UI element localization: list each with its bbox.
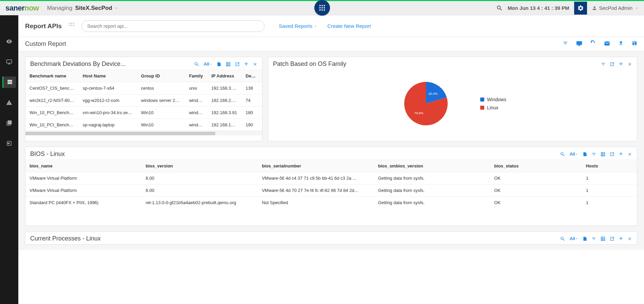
- panel-search-button[interactable]: [560, 151, 565, 157]
- panel-move-button[interactable]: [619, 152, 623, 157]
- panel-search-button[interactable]: [560, 236, 565, 242]
- table-header[interactable]: Benchmark name: [25, 70, 79, 82]
- table-header[interactable]: IP Address: [207, 70, 241, 82]
- popout-icon: [235, 62, 240, 67]
- svg-point-0: [319, 5, 320, 6]
- panel-table-button[interactable]: [226, 61, 231, 67]
- display-button[interactable]: [576, 40, 582, 48]
- panel-close-button[interactable]: [627, 152, 632, 157]
- table-header[interactable]: Host Name: [79, 70, 137, 82]
- view-grid-toggle[interactable]: [68, 22, 75, 30]
- table-row[interactable]: CentOS7_CIS_benchmarksp-centos-7-x64cent…: [25, 82, 262, 94]
- legend-swatch: [480, 106, 484, 110]
- search-icon: [560, 151, 565, 157]
- refresh-button[interactable]: [590, 40, 596, 48]
- settings-button[interactable]: [574, 2, 587, 15]
- panel-table-button[interactable]: [600, 236, 606, 242]
- page-title: Report APIs: [25, 22, 62, 30]
- nav-reports[interactable]: [2, 76, 16, 88]
- panel-file-button[interactable]: [583, 236, 587, 241]
- nav-alert[interactable]: [2, 97, 16, 108]
- panel-popout-button[interactable]: [610, 236, 614, 241]
- table-cell: CentOS7_CIS_benchmark: [25, 82, 79, 94]
- table-cell: 1: [582, 197, 637, 209]
- scrollbar-thumb[interactable]: [25, 132, 215, 135]
- site-name: SiteX.SecPod: [75, 5, 112, 12]
- table-header[interactable]: Deviatio: [241, 70, 262, 82]
- table-row[interactable]: VMware Virtual Platform6.00VMware-56 4d …: [25, 184, 637, 197]
- panel-processes: Current Processes - Linux All: [25, 231, 637, 245]
- table-header[interactable]: bios_version: [142, 160, 258, 172]
- panel-close-button[interactable]: [253, 62, 257, 67]
- filter-button[interactable]: [563, 40, 568, 48]
- nav-eye[interactable]: [2, 36, 16, 47]
- table-row[interactable]: Win_10_PCI_Benchmarkvm-win10-pro-34.trs.…: [25, 107, 262, 119]
- panel-filter-button[interactable]: [591, 152, 596, 157]
- table-cell: OK: [490, 197, 582, 209]
- panel-table-button[interactable]: [600, 151, 606, 157]
- table-header[interactable]: bios_name: [25, 160, 142, 172]
- patch-pie-chart: 20.4%79.6%: [399, 76, 453, 131]
- legend-item[interactable]: Linux: [480, 105, 506, 110]
- left-sidebar: [0, 15, 18, 304]
- table-header[interactable]: bios_status: [490, 160, 582, 172]
- panel-popout-button[interactable]: [235, 62, 240, 67]
- user-menu[interactable]: SecPod Admin: [592, 5, 639, 11]
- panel-close-button[interactable]: [627, 236, 632, 241]
- table-header[interactable]: Hosts: [582, 160, 637, 172]
- panel-file-button[interactable]: [583, 152, 587, 157]
- table-header[interactable]: bios_smbios_version: [374, 160, 490, 172]
- saved-reports-link[interactable]: Saved Reports: [279, 23, 317, 29]
- panel-filter-button[interactable]: [591, 236, 596, 241]
- saved-reports-label: Saved Reports: [279, 23, 312, 29]
- main-content: Report APIs Saved Reports Create New Rep…: [18, 15, 644, 304]
- save-button[interactable]: [632, 40, 637, 48]
- panel-popout-button[interactable]: [610, 152, 614, 157]
- site-selector[interactable]: SiteX.SecPod: [75, 5, 118, 12]
- download-button[interactable]: [618, 40, 624, 48]
- svg-point-5: [324, 7, 325, 8]
- panel-move-button[interactable]: [244, 62, 249, 67]
- create-report-link[interactable]: Create New Report: [327, 23, 371, 29]
- global-search-button[interactable]: [496, 5, 503, 12]
- nav-logout[interactable]: [2, 138, 16, 149]
- table-cell: 180: [241, 107, 262, 119]
- table-cell: 1: [582, 172, 637, 184]
- panel-popout-button[interactable]: [610, 62, 614, 67]
- filter-icon: [563, 40, 568, 46]
- table-header[interactable]: bios_serialnumber: [258, 160, 374, 172]
- legend-swatch: [480, 97, 484, 102]
- table-row[interactable]: win2k12_r2-NIST-800-171vgg-w2012-r2-comw…: [25, 94, 262, 107]
- table-row[interactable]: Standard PC (i440FX + PIIX, 1996)rel-1.1…: [25, 197, 637, 209]
- search-input[interactable]: [81, 20, 265, 32]
- mail-button[interactable]: [604, 40, 610, 48]
- table-row[interactable]: Win_10_PCI_Benchmarksp-nagraj-laptopWin1…: [25, 119, 262, 131]
- benchmark-hscroll[interactable]: [25, 131, 262, 136]
- panel-all-dropdown[interactable]: All: [569, 236, 579, 241]
- table-row[interactable]: VMware Virtual Platform6.00VMware-56 4d …: [25, 172, 637, 184]
- legend-item[interactable]: Windows: [480, 97, 506, 102]
- panel-search-button[interactable]: [194, 61, 199, 67]
- svg-point-1: [321, 5, 323, 6]
- table-cell: unix: [185, 82, 207, 94]
- nav-monitor[interactable]: [2, 56, 16, 68]
- popout-icon: [610, 236, 614, 241]
- svg-point-4: [321, 7, 323, 8]
- caret-down-icon: [575, 153, 579, 156]
- chevron-down-icon: [114, 6, 118, 10]
- apps-launcher-button[interactable]: [314, 0, 330, 16]
- panel-file-button[interactable]: [217, 62, 221, 67]
- table-header[interactable]: Family: [185, 70, 207, 82]
- table-cell: 1: [582, 184, 637, 197]
- panel-move-button[interactable]: [619, 236, 623, 241]
- panel-close-button[interactable]: [627, 62, 632, 67]
- panel-all-dropdown[interactable]: All: [569, 151, 579, 157]
- panel-move-button[interactable]: [619, 62, 623, 67]
- nav-book[interactable]: [2, 117, 16, 129]
- panel-filter-button[interactable]: [601, 62, 606, 67]
- table-cell: VMware-56 4d 70 27 7e f4 fc 4f-82 86 7d …: [258, 184, 374, 197]
- panel-all-dropdown[interactable]: All: [203, 61, 213, 67]
- panel-patch: Patch Based on OS Family 20.4%79.6% Wind…: [268, 57, 637, 141]
- book-icon: [6, 120, 12, 126]
- table-header[interactable]: Group ID: [137, 70, 185, 82]
